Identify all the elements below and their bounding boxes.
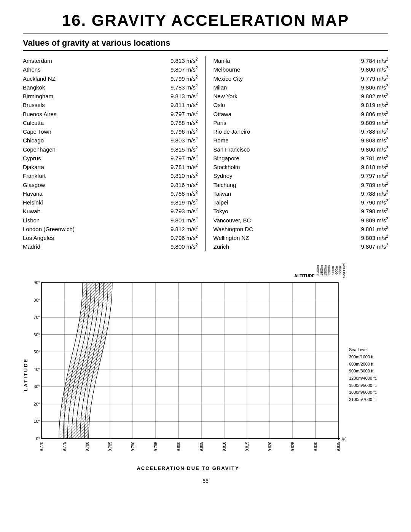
page-number: 55 — [23, 478, 388, 484]
gravity-value: 9.803 m/s2 — [170, 136, 198, 145]
right-column: Manila9.784 m/s2Melbourne9.800 m/s2Mexic… — [206, 56, 389, 251]
city-label: Athens — [23, 65, 41, 74]
gravity-value: 9.819 m/s2 — [361, 101, 388, 109]
svg-text:70°: 70° — [33, 315, 40, 320]
svg-text:30°: 30° — [33, 384, 40, 389]
legend-item: 300m/1000 ft. — [349, 353, 388, 361]
table-row: Ottawa9.806 m/s2 — [213, 110, 389, 118]
table-row: Oslo9.819 m/s2 — [213, 101, 389, 109]
table-row: Frankfurt9.810 m/s2 — [23, 171, 198, 180]
gravity-value: 9.809 m/s2 — [361, 216, 388, 225]
gravity-value: 9.790 m/s2 — [361, 198, 388, 207]
table-row: Manila9.784 m/s2 — [213, 56, 389, 65]
legend-item: 600m/2000 ft. — [349, 361, 388, 368]
gravity-value: 9.781 m/s2 — [170, 163, 198, 171]
gravity-value: 9.800 m/s2 — [361, 145, 388, 154]
table-row: Rio de Janeiro9.788 m/s2 — [213, 127, 389, 136]
table-row: Taiwan9.788 m/s2 — [213, 189, 389, 198]
city-label: New York — [213, 92, 237, 101]
svg-text:g(m/s²): g(m/s²) — [342, 436, 346, 441]
gravity-value: 9.812 m/s2 — [170, 225, 198, 233]
svg-text:9.770: 9.770 — [40, 441, 44, 451]
city-label: Djakarta — [23, 163, 44, 171]
svg-text:80°: 80° — [33, 297, 40, 302]
table-row: Kuwait9.793 m/s2 — [23, 207, 198, 216]
svg-text:10°: 10° — [33, 419, 40, 423]
gravity-value: 9.806 m/s2 — [361, 83, 388, 92]
city-label: Glasgow — [23, 181, 45, 189]
svg-text:40°: 40° — [33, 367, 40, 371]
gravity-value: 9.809 m/s2 — [361, 118, 388, 127]
gravity-value: 9.797 m/s2 — [361, 171, 388, 180]
svg-text:9.805: 9.805 — [199, 441, 204, 451]
legend-item: 900m/3000 ft. — [349, 367, 388, 375]
svg-text:60°: 60° — [33, 332, 40, 337]
city-label: Taichung — [213, 181, 236, 189]
city-label: Brussels — [23, 101, 45, 109]
city-label: Lisbon — [23, 216, 40, 225]
svg-text:9.785: 9.785 — [108, 441, 112, 451]
legend-item: Sea Level — [349, 346, 388, 353]
page-title: 16. GRAVITY ACCELERATION MAP — [23, 11, 388, 34]
city-label: Vancouver, BC — [213, 216, 251, 225]
legend-item: 1800m/6000 ft. — [349, 389, 388, 396]
table-row: Calcutta9.788 m/s2 — [23, 118, 198, 127]
gravity-value: 9.788 m/s2 — [361, 189, 388, 198]
latitude-axis-label: LATITUDE — [23, 358, 29, 391]
legend-item: 1200m/4000 ft. — [349, 375, 388, 382]
city-label: Singapore — [213, 154, 239, 163]
table-row: Rome9.803 m/s2 — [213, 136, 389, 145]
gravity-value: 9.819 m/s2 — [170, 198, 198, 207]
city-label: Copenhagen — [23, 145, 56, 154]
city-label: Rome — [213, 136, 229, 145]
gravity-value: 9.783 m/s2 — [170, 83, 198, 92]
table-row: Los Angeles9.796 m/s2 — [23, 233, 198, 242]
city-label: Sydney — [213, 171, 233, 180]
data-table: Amsterdam9.813 m/s2Athens9.807 m/s2Auckl… — [23, 56, 388, 251]
city-label: Los Angeles — [23, 233, 54, 242]
city-label: Rio de Janeiro — [213, 127, 250, 136]
table-row: Vancouver, BC9.809 m/s2 — [213, 216, 389, 225]
city-label: Ottawa — [213, 110, 232, 118]
svg-text:9.830: 9.830 — [314, 441, 318, 451]
city-label: Tokyo — [213, 207, 228, 216]
table-row: Djakarta9.781 m/s2 — [23, 163, 198, 171]
gravity-value: 9.813 m/s2 — [170, 92, 198, 101]
gravity-value: 9.797 m/s2 — [170, 110, 198, 118]
table-row: Paris9.809 m/s2 — [213, 118, 389, 127]
city-label: Havana — [23, 189, 43, 198]
table-row: Zurich9.807 m/s2 — [213, 242, 389, 251]
city-label: Oslo — [213, 101, 225, 109]
city-label: Kuwait — [23, 207, 40, 216]
gravity-value: 9.807 m/s2 — [170, 65, 198, 74]
gravity-value: 9.798 m/s2 — [361, 207, 388, 216]
city-label: Taipei — [213, 198, 228, 207]
gravity-value: 9.799 m/s2 — [170, 74, 198, 83]
table-row: Athens9.807 m/s2 — [23, 65, 198, 74]
svg-text:20°: 20° — [33, 401, 40, 406]
table-row: Cape Town9.796 m/s2 — [23, 127, 198, 136]
gravity-value: 9.803 m/s2 — [361, 233, 388, 242]
gravity-value: 9.802 m/s2 — [361, 92, 388, 101]
svg-text:9.815: 9.815 — [245, 441, 249, 451]
gravity-value: 9.806 m/s2 — [361, 110, 388, 118]
table-row: Lisbon9.801 m/s2 — [23, 216, 198, 225]
table-row: Buenos Aires9.797 m/s2 — [23, 110, 198, 118]
table-row: Taipei9.790 m/s2 — [213, 198, 389, 207]
svg-text:9.795: 9.795 — [154, 441, 158, 451]
table-row: Birmingham9.813 m/s2 — [23, 92, 198, 101]
gravity-value: 9.781 m/s2 — [361, 154, 388, 163]
svg-text:9.825: 9.825 — [291, 441, 295, 451]
city-label: Washington DC — [213, 225, 253, 233]
svg-text:50°: 50° — [33, 350, 40, 354]
gravity-value: 9.788 m/s2 — [170, 118, 198, 127]
table-row: Amsterdam9.813 m/s2 — [23, 56, 198, 65]
legend-item: 2100m/7000 ft. — [349, 396, 388, 403]
gravity-value: 9.784 m/s2 — [361, 56, 388, 65]
city-label: Amsterdam — [23, 56, 52, 65]
table-row: New York9.802 m/s2 — [213, 92, 389, 101]
gravity-value: 9.816 m/s2 — [170, 181, 198, 189]
svg-text:9.820: 9.820 — [268, 441, 272, 451]
city-label: Paris — [213, 118, 226, 127]
city-label: Helsinki — [23, 198, 43, 207]
